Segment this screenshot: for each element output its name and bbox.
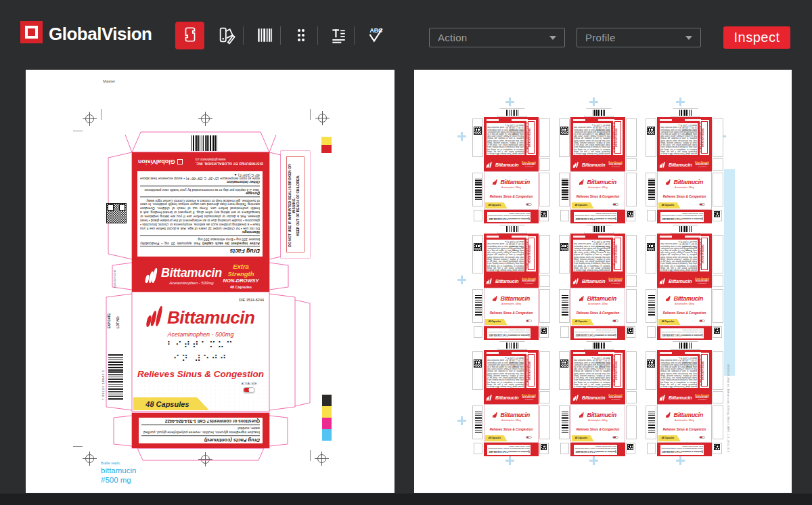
spellcheck-abc-icon: ABC bbox=[365, 26, 384, 47]
barcode-inspection-tool-button[interactable] bbox=[253, 24, 276, 47]
drug-facts-red-panel: Drug Facts Active ingredient (in each ca… bbox=[657, 117, 712, 158]
inspect-button[interactable]: Inspect bbox=[723, 26, 790, 49]
capsule-image bbox=[612, 203, 618, 206]
upc-barcode bbox=[648, 411, 655, 433]
qr-code bbox=[714, 328, 720, 334]
globalvision-carton-logo: GlobalVision bbox=[138, 158, 183, 165]
upc-number: 7 89123 18843 5 bbox=[102, 354, 108, 400]
brand-logo: Bittamucin bbox=[571, 175, 625, 187]
bittamucin-mark-icon bbox=[493, 179, 497, 185]
upc-barcode bbox=[648, 294, 655, 316]
product-claim: Relieves Sinus & Congestion bbox=[484, 428, 538, 431]
lot-no-label: LOT NO: bbox=[116, 301, 125, 328]
product-claim: Relieves Sinus & Congestion bbox=[658, 428, 711, 431]
tamper-seal-strip: DO NOT USE IF IMPRINTED SEAL IS BROKEN O… bbox=[700, 353, 709, 388]
die-number: DIE 1514-6244 bbox=[239, 298, 264, 302]
sample-carton: Drug Facts Active ingredient (in each ca… bbox=[558, 225, 637, 340]
exp-date-label: EXP DATE: bbox=[108, 301, 116, 328]
dosage-form: Acetaminophen - 500mg bbox=[161, 281, 222, 285]
drug-facts-box: Drug Facts Active ingredient (in each ca… bbox=[573, 240, 611, 271]
drug-facts-box: Drug Facts Active ingredient (in each ca… bbox=[660, 356, 698, 388]
sheet-slug-text: 4568024_Master_Bittamucin_500mg_Sheet_AR… bbox=[727, 364, 730, 500]
barcode-icon bbox=[256, 26, 273, 46]
braille-embossing-line1: ⠃⠊⠞⠞⠁⠍⠥⠉ bbox=[133, 340, 269, 350]
sample-carton: Drug Facts Active ingredient (in each ca… bbox=[558, 108, 637, 223]
registration-cross bbox=[589, 97, 598, 106]
dosage-text: Take 2-3 caplets per day or as recommend… bbox=[140, 188, 260, 192]
bittamucin-mark-icon bbox=[573, 395, 579, 401]
brand-band: Bittamucin Extra Strength NON-DROWSY 48 … bbox=[570, 274, 625, 288]
principal-display-panel: Bittamucin Acetaminophen - 500mg Relieve… bbox=[484, 404, 539, 443]
qr-code bbox=[474, 359, 482, 368]
spellcheck-tool-button[interactable]: ABC bbox=[363, 24, 386, 47]
top-flap-barcode bbox=[506, 226, 518, 232]
graphics-inspection-tool-button[interactable] bbox=[175, 22, 204, 49]
top-flap-barcode bbox=[593, 110, 605, 116]
profile-dropdown[interactable]: Profile bbox=[577, 28, 701, 47]
registration-cross bbox=[457, 416, 466, 425]
action-dropdown-label: Action bbox=[438, 32, 468, 43]
qr-code bbox=[560, 243, 568, 251]
non-drowsy-label: NON-DROWSY bbox=[222, 278, 260, 284]
principal-display-panel: Bittamucin Acetaminophen - 500mg Relieve… bbox=[570, 171, 625, 210]
bittamucin-mark-icon bbox=[493, 412, 497, 418]
brand-name: Bittamucin bbox=[669, 279, 692, 284]
principal-display-panel: Bittamucin Acetaminophen - 500mg Relieve… bbox=[657, 171, 712, 210]
tamper-seal-strip: DO NOT USE IF IMPRINTED SEAL IS BROKEN O… bbox=[526, 353, 536, 388]
upc-barcode bbox=[562, 294, 568, 316]
brand-name: Bittamucin bbox=[495, 279, 518, 284]
brand-name: Bittamucin bbox=[669, 395, 692, 400]
extra-strength-label: Extra Strength bbox=[222, 263, 260, 278]
principal-display-panel: DIE 1514-6244 Bittamucin Acetaminophen -… bbox=[132, 292, 269, 412]
brand-name: Bittamucin bbox=[669, 162, 692, 167]
brand-band: Bittamucin Extra Strength NON-DROWSY 48 … bbox=[484, 274, 539, 288]
tamper-seal-strip: DO NOT USE IF IMPRINTED SEAL IS BROKEN O… bbox=[700, 236, 709, 271]
drug-facts-continued-panel: Questions or comments? Call 1-514-624-44… bbox=[657, 326, 712, 340]
product-claim: Relieves Sinus & Congestion bbox=[571, 311, 625, 315]
qr-code bbox=[714, 444, 720, 450]
bittamucin-mark-icon bbox=[147, 306, 164, 326]
brand-logo: Bittamucin bbox=[484, 408, 538, 420]
qr-code bbox=[541, 211, 547, 217]
upc-barcode bbox=[648, 178, 655, 200]
braille-embossing-line2: ⠊⠝ ⠼⠑⠚⠚ bbox=[133, 353, 269, 364]
top-flap-barcode bbox=[506, 343, 518, 349]
questions-text: Questions or comments? Call 1-514-624-44… bbox=[141, 419, 260, 424]
qr-code bbox=[474, 127, 482, 135]
brand-name: Bittamucin bbox=[582, 279, 605, 284]
master-document[interactable]: Master bbox=[26, 70, 394, 493]
action-dropdown[interactable]: Action bbox=[429, 28, 565, 47]
tamper-seal-panel: DO NOT USE IF IMPRINTED SEAL IS BROKEN O… bbox=[281, 151, 310, 258]
drug-facts-continued-panel: Questions or comments? Call 1-514-624-44… bbox=[657, 210, 712, 223]
drug-facts-continued-panel: Questions or comments? Call 1-514-624-44… bbox=[484, 326, 539, 340]
registration-cross bbox=[505, 97, 514, 106]
brand-logo: Bittamucin bbox=[133, 306, 269, 328]
upc-barcode bbox=[475, 294, 482, 316]
sample-carton: Drug Facts Active ingredient (in each ca… bbox=[558, 341, 637, 456]
warnings-text: Do not use • for children under 12 years… bbox=[140, 198, 260, 230]
drug-facts-box: Drug Facts Active ingredient (in each ca… bbox=[137, 171, 263, 257]
qr-code bbox=[714, 211, 720, 217]
color-inspection-tool-button[interactable] bbox=[215, 24, 238, 47]
capsule-count-ribbon: 48 Capsules bbox=[485, 202, 508, 209]
bittamucin-mark-icon bbox=[666, 179, 671, 185]
product-claim: Relieves Sinus & Congestion bbox=[658, 311, 711, 315]
capsule-image bbox=[526, 203, 532, 206]
drug-facts-box: Drug Facts Active ingredient (in each ca… bbox=[660, 123, 698, 155]
color-swatches-icon bbox=[217, 26, 236, 47]
upc-barcode bbox=[475, 411, 482, 433]
capsule-count-ribbon: 48 Capsules bbox=[658, 202, 681, 209]
qr-code bbox=[541, 328, 547, 334]
dieline-icon bbox=[181, 26, 199, 45]
braille-inspection-tool-button[interactable] bbox=[290, 24, 313, 47]
text-inspection-tool-button[interactable] bbox=[327, 24, 350, 47]
upc-barcode bbox=[475, 178, 482, 200]
brand-name: Bittamucin bbox=[161, 266, 222, 280]
tamper-seal-strip: DO NOT USE IF IMPRINTED SEAL IS BROKEN O… bbox=[613, 353, 623, 388]
sample-document[interactable]: 4568024_Master_Bittamucin_500mg_Sheet_AR… bbox=[414, 70, 792, 493]
qr-code bbox=[541, 444, 547, 450]
drug-facts-box: Drug Facts Active ingredient (in each ca… bbox=[487, 240, 524, 271]
top-bar: GlobalVision bbox=[0, 0, 812, 68]
principal-display-panel: Bittamucin Acetaminophen - 500mg Relieve… bbox=[484, 171, 539, 210]
top-flap-barcode bbox=[679, 226, 692, 232]
